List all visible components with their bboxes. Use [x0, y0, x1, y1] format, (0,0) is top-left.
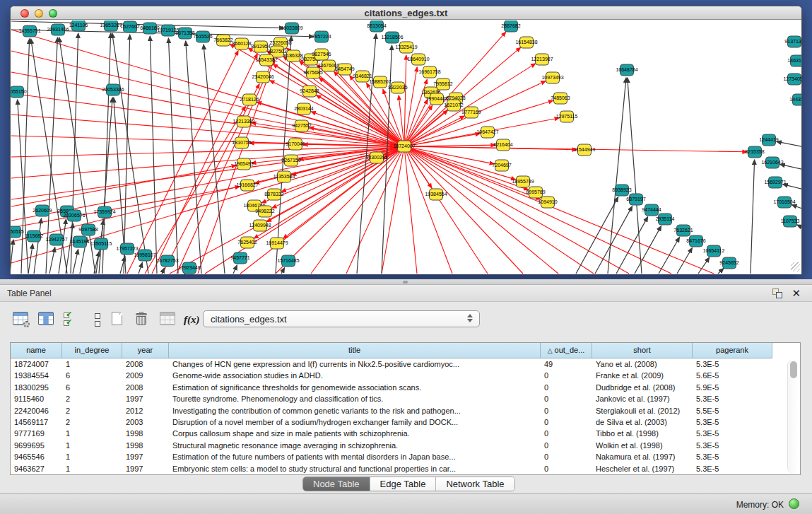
network-node[interactable]: 9245652: [719, 257, 739, 269]
network-node[interactable]: 12734054: [783, 74, 801, 85]
tab-edge-table[interactable]: Edge Table: [370, 477, 437, 491]
network-node[interactable]: 8671358: [175, 28, 194, 39]
network-node[interactable]: 10647427: [476, 127, 498, 138]
black-edge[interactable]: [28, 244, 33, 274]
network-node[interactable]: 8454749: [335, 64, 354, 75]
red-edge[interactable]: [145, 106, 245, 274]
network-graph[interactable]: 1872400718300295193845548660128891295423…: [11, 21, 801, 274]
black-edge[interactable]: [659, 238, 680, 274]
network-node[interactable]: 18955749: [512, 176, 534, 187]
window-titlebar[interactable]: citations_edges.txt: [11, 6, 801, 20]
network-node[interactable]: 16154838: [515, 37, 537, 48]
network-node[interactable]: 16210643: [761, 157, 783, 168]
black-edge[interactable]: [783, 185, 801, 189]
network-node[interactable]: 8471676: [686, 235, 705, 247]
table-row[interactable]: 911546021997Tourette syndrome. Phenomeno…: [11, 393, 800, 404]
close-panel-icon[interactable]: ✕: [792, 287, 801, 300]
black-edge[interactable]: [576, 197, 618, 274]
black-edge[interactable]: [780, 164, 801, 170]
network-node[interactable]: 1443542: [789, 94, 801, 105]
network-node[interactable]: 2887682: [501, 21, 520, 32]
network-node[interactable]: 10654112: [703, 245, 725, 257]
table-row[interactable]: 977716911998Corpus callosum shape and si…: [11, 428, 800, 439]
black-edge[interactable]: [139, 262, 142, 274]
column-header-title[interactable]: title: [169, 343, 541, 358]
black-edge[interactable]: [777, 141, 801, 147]
network-node[interactable]: 7663822: [213, 35, 233, 46]
table-row[interactable]: 946554611997Estimation of the future num…: [11, 451, 800, 462]
network-node[interactable]: 8813054: [367, 21, 386, 32]
stacked-rows-button[interactable]: [89, 312, 106, 330]
network-node[interactable]: 12975115: [556, 111, 578, 122]
network-node[interactable]: 9242848: [300, 86, 319, 97]
red-edge[interactable]: [404, 55, 406, 146]
network-node[interactable]: 8267150: [281, 155, 300, 166]
black-edge[interactable]: [186, 41, 201, 274]
table-row[interactable]: 1456911722003Disruption of a novel membe…: [11, 416, 800, 428]
network-node[interactable]: 1244419: [759, 134, 778, 146]
network-node[interactable]: 2620609: [33, 205, 52, 216]
network-node[interactable]: 19166827: [236, 180, 258, 191]
red-edge[interactable]: [404, 146, 671, 274]
float-window-icon[interactable]: [772, 288, 782, 298]
red-edge[interactable]: [404, 146, 417, 274]
table-row[interactable]: 1830029562008Estimation of significance …: [11, 382, 800, 393]
network-node[interactable]: 7204697: [492, 160, 511, 171]
network-node[interactable]: 8186328: [283, 50, 302, 62]
table-select-dropdown[interactable]: citations_edges.txt: [203, 310, 480, 327]
black-edge[interactable]: [11, 240, 13, 274]
table-row[interactable]: 1938455462009Genome-wide association stu…: [11, 370, 800, 381]
function-builder-button[interactable]: f(x): [184, 312, 201, 330]
network-node[interactable]: 16033809: [281, 23, 302, 34]
network-node[interactable]: 9457771: [230, 252, 249, 264]
network-node[interactable]: 7632621: [673, 225, 693, 236]
black-edge[interactable]: [168, 38, 178, 274]
red-edge[interactable]: [404, 146, 558, 274]
network-node[interactable]: 11544949: [574, 144, 596, 156]
column-header-year[interactable]: year: [122, 343, 169, 358]
network-node[interactable]: 8995769: [526, 187, 545, 198]
network-node[interactable]: 10653287: [100, 21, 122, 31]
table-row[interactable]: 969969511998Structural magnetic resonanc…: [11, 440, 800, 451]
black-edge[interactable]: [66, 223, 73, 274]
red-edge[interactable]: [11, 115, 404, 146]
column-header-pagerank[interactable]: pagerank: [693, 343, 772, 358]
delete-columns-button[interactable]: [136, 312, 153, 330]
network-node[interactable]: 2055150: [11, 86, 27, 98]
network-node[interactable]: 1107533: [781, 216, 800, 227]
network-node[interactable]: 7625402: [237, 237, 257, 248]
black-edge[interactable]: [797, 225, 801, 228]
column-header-short[interactable]: short: [592, 343, 693, 358]
red-edge[interactable]: [404, 146, 714, 274]
black-edge[interactable]: [616, 217, 648, 274]
network-node[interactable]: 15692971: [764, 177, 786, 188]
network-node[interactable]: 2803144: [294, 103, 313, 115]
network-view-canvas[interactable]: 1872400718300295193845548660128891295423…: [11, 21, 801, 274]
column-header-in_degree[interactable]: in_degree: [62, 343, 122, 358]
network-node[interactable]: 9875685: [303, 67, 322, 78]
network-window[interactable]: citations_edges.txt 18724007183002951938…: [10, 6, 802, 274]
network-node[interactable]: 9498222: [255, 206, 274, 217]
table-row[interactable]: 1872400712008Changes of HCN gene express…: [11, 358, 800, 370]
black-edge[interactable]: [677, 247, 692, 274]
show-columns-button[interactable]: [38, 312, 55, 330]
network-node[interactable]: 13218506: [381, 32, 403, 43]
network-node[interactable]: 9827546: [312, 49, 331, 60]
network-node[interactable]: 8322035: [388, 82, 407, 93]
network-node[interactable]: 14355751: [18, 25, 40, 37]
network-node[interactable]: 12923448: [178, 262, 200, 274]
black-edge[interactable]: [73, 250, 78, 274]
window-resize-grip[interactable]: [791, 262, 800, 271]
network-node[interactable]: 12213987: [531, 54, 553, 65]
black-edge[interactable]: [608, 78, 626, 274]
network-node[interactable]: 9474444: [642, 204, 661, 216]
network-node[interactable]: 16648784: [616, 64, 637, 76]
red-edge[interactable]: [11, 146, 404, 178]
network-node[interactable]: 13325419: [395, 42, 417, 53]
network-node[interactable]: 18640910: [407, 54, 429, 65]
network-node[interactable]: 8216404: [493, 139, 512, 151]
network-node[interactable]: 1810755: [232, 137, 251, 148]
black-edge[interactable]: [102, 33, 111, 274]
red-edge[interactable]: [404, 146, 529, 189]
row-selection-button[interactable]: ✔ ✔: [64, 312, 81, 330]
